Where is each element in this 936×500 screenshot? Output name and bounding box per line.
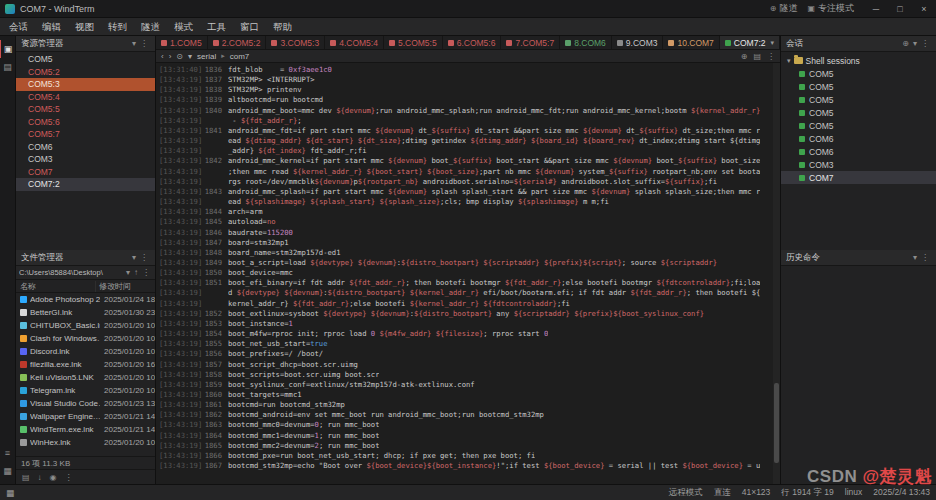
history-body[interactable]	[781, 266, 936, 484]
session-item-COM6[interactable]: COM6	[781, 145, 936, 158]
breadcrumb-serial[interactable]: serial	[197, 52, 216, 61]
grid-activity-icon[interactable]: ▦	[0, 462, 16, 480]
file-row[interactable]: Keil uVision5.LNK2025/01/20 10:1…	[16, 371, 155, 384]
explorer-item-COM5:4[interactable]: COM5:4	[16, 91, 155, 104]
sync-icon[interactable]: ⊙	[176, 52, 183, 61]
tab-2.COM5:2[interactable]: 2.COM5:2	[208, 36, 267, 49]
explorer-item-COM5:6[interactable]: COM5:6	[16, 116, 155, 129]
add-icon[interactable]: ⊕	[741, 52, 748, 61]
session-item-COM3[interactable]: COM3	[781, 158, 936, 171]
tunnel-toggle[interactable]: ⊕ 隧道	[770, 2, 798, 15]
path-more-icon[interactable]: ⋮	[140, 268, 152, 277]
keyboard-layout-icon[interactable]: ▦	[6, 488, 14, 498]
tab-COM7:2[interactable]: COM7:2▾	[720, 36, 780, 49]
session-item-COM5[interactable]: COM5	[781, 106, 936, 119]
focus-mode-toggle[interactable]: ▣ 专注模式	[807, 2, 854, 15]
view-icon[interactable]: ◉	[50, 473, 57, 482]
file-row[interactable]: filezilla.exe.lnk2025/01/20 16:…	[16, 358, 155, 371]
path-dropdown-icon[interactable]: ▾	[124, 268, 132, 277]
menu-转到[interactable]: 转到	[101, 18, 134, 36]
explorer-item-COM5:2[interactable]: COM5:2	[16, 66, 155, 79]
menu-窗口[interactable]: 窗口	[233, 18, 266, 36]
sessions-collapse-icon[interactable]: ▾	[911, 39, 919, 48]
file-row[interactable]: WindTerm.exe.lnk2025/01/21 14:1…	[16, 423, 155, 436]
menu-隧道[interactable]: 隧道	[134, 18, 167, 36]
status-item[interactable]: 41×123	[742, 487, 771, 499]
explorer-item-COM3[interactable]: COM3	[16, 153, 155, 166]
menu-编辑[interactable]: 编辑	[35, 18, 68, 36]
explorer-item-COM7[interactable]: COM7	[16, 166, 155, 179]
menu-帮助[interactable]: 帮助	[266, 18, 299, 36]
sessions-add-icon[interactable]: ⊕	[900, 39, 911, 48]
explorer-activity-icon[interactable]: ▣	[0, 40, 16, 58]
history-collapse-icon[interactable]: ▾	[911, 253, 919, 262]
file-row[interactable]: Discord.lnk2025/01/20 10:1…	[16, 345, 155, 358]
explorer-item-COM7:2[interactable]: COM7:2	[16, 178, 155, 191]
maximize-button[interactable]: □	[888, 0, 912, 18]
tab-7.COM5:7[interactable]: 7.COM5:7	[501, 36, 560, 49]
session-item-COM5[interactable]: COM5	[781, 80, 936, 93]
explorer-item-COM5[interactable]: COM5	[16, 53, 155, 66]
file-row[interactable]: Wallpaper Engine…2025/01/21 14:…	[16, 410, 155, 423]
shell-sessions-group[interactable]: ▾ Shell sessions	[781, 54, 936, 67]
explorer-item-COM6[interactable]: COM6	[16, 141, 155, 154]
file-row[interactable]: CHITUBOX_Basic.lnk2025/01/20 10:…	[16, 319, 155, 332]
path-bar[interactable]: C:\Users\85884\Desktop\ ▾ ↑ ⋮	[16, 266, 155, 280]
file-row[interactable]: Visual Studio Code…2025/01/23 13:…	[16, 397, 155, 410]
file-row[interactable]: Clash for Windows…2025/01/20 10:…	[16, 332, 155, 345]
explorer-more-icon[interactable]: ⋮	[138, 39, 150, 48]
explorer-collapse-icon[interactable]: ▾	[130, 39, 138, 48]
menu-工具[interactable]: 工具	[200, 18, 233, 36]
menu-模式[interactable]: 模式	[167, 18, 200, 36]
menu-视图[interactable]: 视图	[68, 18, 101, 36]
file-manager-more-icon[interactable]: ⋮	[138, 253, 150, 262]
close-button[interactable]: ×	[912, 0, 936, 18]
back-icon[interactable]: ‹	[161, 52, 164, 61]
download-icon[interactable]: ↓	[38, 473, 42, 482]
list-activity-icon[interactable]: ≡	[0, 444, 16, 462]
session-item-COM5[interactable]: COM5	[781, 67, 936, 80]
tab-5.COM5:5[interactable]: 5.COM5:5	[384, 36, 443, 49]
file-manager-collapse-icon[interactable]: ▾	[130, 253, 138, 262]
explorer-item-COM5:7[interactable]: COM5:7	[16, 128, 155, 141]
file-row[interactable]: BetterGI.lnk2025/01/30 23:…	[16, 306, 155, 319]
tab-6.COM5:6[interactable]: 6.COM5:6	[443, 36, 502, 49]
path-up-icon[interactable]: ↑	[132, 268, 140, 277]
column-name[interactable]: 名称	[16, 281, 96, 292]
session-item-COM7[interactable]: COM7	[781, 171, 936, 184]
tab-3.COM5:3[interactable]: 3.COM5:3	[266, 36, 325, 49]
status-item[interactable]: 远程模式	[669, 487, 703, 499]
session-item-COM5[interactable]: COM5	[781, 93, 936, 106]
terminal-view[interactable]: [13:31:40]1836fdt_blob = 0xf3aee1c0[13:4…	[156, 63, 780, 484]
tab-9.COM3[interactable]: 9.COM3	[612, 36, 664, 49]
file-row[interactable]: WinHex.lnk2025/01/20 10:…	[16, 436, 155, 449]
terminal-scrollbar[interactable]	[773, 63, 780, 484]
file-row[interactable]: Telegram.lnk2025/01/20 10:…	[16, 384, 155, 397]
tab-dropdown-icon[interactable]: ▾	[771, 39, 775, 47]
minimize-button[interactable]: ─	[864, 0, 888, 18]
status-item[interactable]: 行 1914 字 19	[781, 487, 833, 499]
history-more-icon[interactable]: ⋮	[919, 253, 931, 262]
tab-10.COM7[interactable]: 10.COM7	[663, 36, 719, 49]
explorer-item-COM5:3[interactable]: COM5:3	[16, 78, 155, 91]
session-item-COM6[interactable]: COM6	[781, 132, 936, 145]
sessions-more-icon[interactable]: ⋮	[919, 39, 931, 48]
status-item[interactable]: linux	[845, 487, 862, 499]
terminal-scrollbar-thumb[interactable]	[774, 383, 779, 463]
toolbar-more-icon[interactable]: ⋮	[767, 52, 775, 61]
file-row[interactable]: Adobe Photoshop 20…2025/01/24 18:3…	[16, 293, 155, 306]
tab-1.COM5[interactable]: 1.COM5	[156, 36, 208, 49]
files-activity-icon[interactable]: ▤	[0, 58, 16, 76]
column-modified[interactable]: 修改时间	[96, 281, 155, 292]
session-item-COM5[interactable]: COM5	[781, 119, 936, 132]
fm-more-icon[interactable]: ⋮	[65, 473, 73, 482]
panel-icon[interactable]: ▤	[753, 52, 761, 61]
breadcrumb-com7[interactable]: com7	[230, 52, 250, 61]
menu-会话[interactable]: 会话	[2, 18, 35, 36]
dropdown-icon[interactable]: ▾	[188, 52, 192, 61]
status-item[interactable]: 直连	[714, 487, 731, 499]
forward-icon[interactable]: ›	[169, 52, 172, 61]
tab-8.COM6[interactable]: 8.COM6	[560, 36, 612, 49]
new-file-icon[interactable]: ▤	[22, 473, 30, 482]
status-item[interactable]: 2025/2/4 13:43	[873, 487, 930, 499]
